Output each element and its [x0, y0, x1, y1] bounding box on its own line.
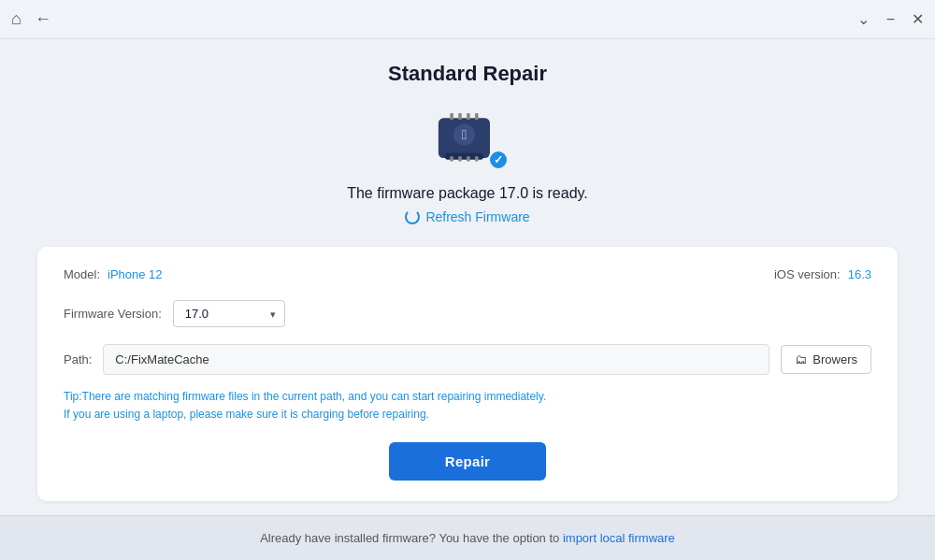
tip-text: Tip:There are matching firmware files in…	[64, 388, 871, 424]
close-icon[interactable]: ✕	[912, 12, 924, 27]
titlebar: ⌂ ← ⌄ − ✕	[0, 0, 935, 39]
repair-btn-container: Repair	[64, 442, 871, 481]
main-content: Standard Repair  The firmware package 1…	[0, 39, 935, 515]
path-label: Path:	[64, 352, 92, 366]
svg-rect-10	[467, 156, 470, 161]
info-card: Model: iPhone 12 iOS version: 16.3 Firmw…	[37, 247, 898, 501]
model-ios-row: Model: iPhone 12 iOS version: 16.3	[64, 267, 871, 281]
browse-label: Browers	[813, 352, 857, 366]
device-icon-area: 	[430, 103, 505, 172]
minimize-icon[interactable]: −	[886, 12, 895, 27]
browse-button[interactable]: 🗂 Browers	[781, 345, 871, 374]
browse-folder-icon: 🗂	[795, 352, 807, 366]
back-icon[interactable]: ←	[35, 9, 51, 29]
import-local-firmware-link[interactable]: import local firmware	[563, 531, 675, 545]
path-row: Path: 🗂 Browers	[64, 344, 871, 375]
svg-text:: 	[462, 127, 467, 142]
svg-rect-4	[450, 113, 453, 120]
model-label: Model:	[64, 267, 100, 281]
firmware-ready-text: The firmware package 17.0 is ready.	[347, 185, 588, 202]
firmware-version-select[interactable]: 17.0 16.3 16.2	[173, 300, 285, 327]
tip-line1: Tip:There are matching firmware files in…	[64, 388, 871, 406]
repair-button[interactable]: Repair	[389, 442, 547, 481]
titlebar-left: ⌂ ←	[11, 9, 51, 29]
svg-rect-7	[475, 113, 479, 120]
refresh-icon	[405, 209, 420, 224]
model-left: Model: iPhone 12	[64, 267, 163, 281]
check-badge	[488, 150, 509, 170]
tip-line2: If you are using a laptop, please make s…	[64, 406, 871, 424]
model-value: iPhone 12	[108, 267, 163, 281]
home-icon[interactable]: ⌂	[11, 9, 22, 29]
refresh-firmware-link[interactable]: Refresh Firmware	[425, 209, 529, 224]
version-select-wrapper: 17.0 16.3 16.2 ▾	[173, 300, 285, 327]
ios-right: iOS version: 16.3	[774, 267, 871, 281]
svg-rect-9	[458, 156, 462, 161]
chevron-icon[interactable]: ⌄	[857, 12, 870, 27]
ios-version-value: 16.3	[848, 267, 871, 281]
refresh-link-container: Refresh Firmware	[405, 209, 529, 224]
ios-version-label: iOS version:	[774, 267, 841, 281]
page-title: Standard Repair	[388, 62, 547, 86]
svg-rect-5	[458, 113, 462, 120]
footer-text: Already have installed firmware? You hav…	[260, 531, 563, 545]
footer: Already have installed firmware? You hav…	[0, 515, 935, 560]
titlebar-right: ⌄ − ✕	[857, 12, 924, 27]
svg-rect-8	[450, 156, 453, 161]
svg-rect-6	[467, 113, 470, 120]
path-input[interactable]	[103, 344, 770, 375]
svg-rect-11	[475, 156, 479, 161]
firmware-version-row: Firmware Version: 17.0 16.3 16.2 ▾	[64, 300, 871, 327]
firmware-version-label: Firmware Version:	[64, 307, 162, 321]
